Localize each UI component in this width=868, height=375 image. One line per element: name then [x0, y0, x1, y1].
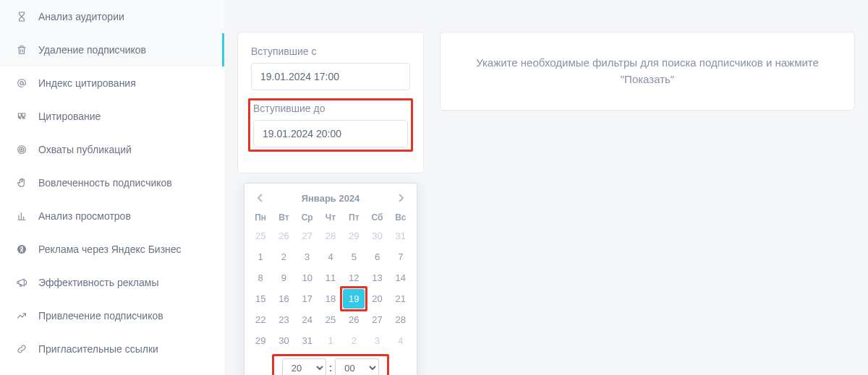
yandex-icon: [15, 243, 28, 256]
to-group: Вступившие до: [251, 98, 410, 152]
sidebar-item-label: Эффективность рекламы: [38, 277, 158, 288]
sidebar-item-label: Индекс цитирования: [38, 77, 136, 89]
quote-icon: [15, 110, 28, 123]
day-cell[interactable]: 28: [390, 310, 412, 329]
day-cell[interactable]: 27: [297, 226, 318, 246]
day-cell[interactable]: 1: [320, 331, 341, 350]
day-cell[interactable]: 14: [390, 268, 412, 288]
day-cell[interactable]: 2: [273, 247, 294, 267]
sidebar-item-3[interactable]: Цитирование: [0, 100, 224, 133]
day-cell[interactable]: 16: [273, 289, 294, 309]
day-cell[interactable]: 2: [343, 331, 365, 350]
sidebar-item-label: Привлечение подписчиков: [38, 310, 163, 322]
day-cell[interactable]: 21: [390, 289, 412, 309]
sidebar-item-2[interactable]: Индекс цитирования: [0, 66, 224, 100]
sidebar-item-11[interactable]: Внешний трафик: [0, 366, 224, 375]
sidebar-item-label: Вовлеченность подписчиков: [38, 177, 172, 189]
announce-icon: [15, 276, 28, 289]
hour-select[interactable]: 20: [282, 358, 326, 375]
time-colon: :: [329, 362, 333, 374]
day-cell[interactable]: 19: [343, 289, 365, 309]
dow: Вс: [389, 210, 412, 225]
hand-icon: [15, 176, 28, 189]
link-icon: [15, 342, 28, 355]
day-cell[interactable]: 18: [320, 289, 341, 309]
sidebar-item-6[interactable]: Анализ просмотров: [0, 199, 224, 233]
day-cell[interactable]: 27: [366, 310, 388, 329]
dow: Ср: [296, 210, 319, 225]
hint-text: Укажите необходимые фильтры для поиска п…: [476, 56, 819, 85]
sidebar-item-label: Удаление подписчиков: [38, 44, 146, 56]
day-cell[interactable]: 6: [366, 247, 388, 267]
next-month-button[interactable]: [393, 191, 408, 205]
filter-card: Вступившие с Вступившие до Январь 2024 П…: [237, 32, 424, 173]
datepicker: Январь 2024 ПнВтСрЧтПтСбВс 2526272829303…: [244, 183, 417, 375]
day-cell[interactable]: 29: [343, 226, 365, 246]
sidebar-item-7[interactable]: Реклама через Яндекс Бизнес: [0, 233, 224, 266]
trend-icon: [15, 309, 28, 322]
day-cell[interactable]: 20: [366, 289, 388, 309]
day-cell[interactable]: 1: [250, 247, 271, 267]
day-cell[interactable]: 22: [250, 310, 271, 329]
day-cell[interactable]: 26: [273, 226, 294, 246]
svg-point-1: [18, 146, 26, 154]
sidebar-item-label: Анализ аудитории: [38, 11, 124, 22]
from-input[interactable]: [251, 63, 410, 90]
prev-month-button[interactable]: [253, 191, 268, 205]
day-cell[interactable]: 12: [343, 268, 365, 288]
day-cell[interactable]: 17: [297, 289, 318, 309]
day-cell[interactable]: 13: [366, 268, 388, 288]
day-cell[interactable]: 28: [320, 226, 341, 246]
day-cell[interactable]: 10: [297, 268, 318, 288]
dow: Вт: [272, 210, 295, 225]
dow: Пн: [249, 210, 272, 225]
day-cell[interactable]: 11: [320, 268, 341, 288]
day-cell[interactable]: 31: [297, 331, 318, 350]
at-icon: [15, 77, 28, 90]
day-cell[interactable]: 7: [390, 247, 412, 267]
dow: Пт: [342, 210, 365, 225]
day-cell[interactable]: 3: [297, 247, 318, 267]
sidebar-item-4[interactable]: Охваты публикаций: [0, 133, 224, 166]
day-cell[interactable]: 4: [320, 247, 341, 267]
sidebar-item-1[interactable]: Удаление подписчиков: [0, 33, 224, 66]
day-cell[interactable]: 15: [250, 289, 271, 309]
dow: Сб: [365, 210, 388, 225]
sidebar-item-label: Пригласительные ссылки: [38, 343, 158, 355]
minute-select[interactable]: 00: [335, 358, 379, 375]
datepicker-title: Январь 2024: [302, 193, 360, 204]
day-cell[interactable]: 29: [250, 331, 271, 350]
sidebar-item-9[interactable]: Привлечение подписчиков: [0, 299, 224, 332]
hourglass-icon: [15, 10, 28, 23]
to-label: Вступившие до: [253, 103, 408, 114]
svg-point-0: [20, 82, 23, 85]
hint-card: Укажите необходимые фильтры для поиска п…: [440, 32, 855, 111]
day-cell[interactable]: 30: [366, 226, 388, 246]
from-group: Вступившие с: [251, 46, 410, 90]
sidebar-item-5[interactable]: Вовлеченность подписчиков: [0, 166, 224, 199]
day-cell[interactable]: 3: [366, 331, 388, 350]
target-icon: [15, 143, 28, 156]
day-cell[interactable]: 4: [390, 331, 412, 350]
day-cell[interactable]: 5: [343, 247, 365, 267]
sidebar-item-label: Анализ просмотров: [38, 210, 131, 222]
sidebar: Анализ аудиторииУдаление подписчиковИнде…: [0, 0, 224, 375]
sidebar-item-10[interactable]: Пригласительные ссылки: [0, 332, 224, 366]
day-cell[interactable]: 24: [297, 310, 318, 329]
from-label: Вступившие с: [251, 46, 410, 57]
day-cell[interactable]: 31: [390, 226, 412, 246]
sidebar-item-label: Реклама через Яндекс Бизнес: [38, 243, 182, 255]
to-input[interactable]: [253, 120, 408, 147]
day-cell[interactable]: 30: [273, 331, 294, 350]
sidebar-item-0[interactable]: Анализ аудитории: [0, 0, 224, 33]
day-cell[interactable]: 8: [250, 268, 271, 288]
sidebar-item-8[interactable]: Эффективность рекламы: [0, 266, 224, 299]
svg-point-3: [21, 149, 22, 150]
day-cell[interactable]: 9: [273, 268, 294, 288]
day-cell[interactable]: 25: [250, 226, 271, 246]
dow: Чт: [319, 210, 342, 225]
day-cell[interactable]: 25: [320, 310, 341, 329]
day-cell[interactable]: 26: [343, 310, 365, 329]
day-cell[interactable]: 23: [273, 310, 294, 329]
sidebar-item-label: Охваты публикаций: [38, 144, 132, 155]
